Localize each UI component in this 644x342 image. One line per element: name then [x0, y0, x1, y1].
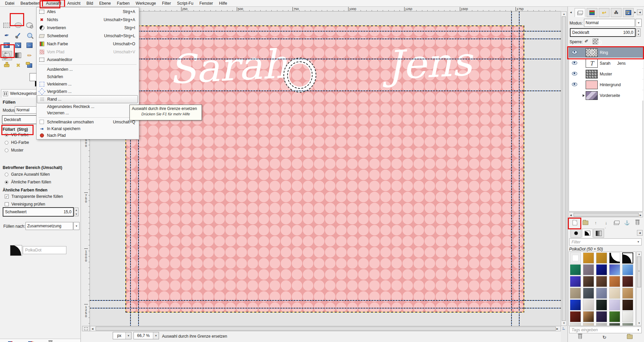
layer-row-muster[interactable]: Muster [569, 69, 643, 79]
heal-tool[interactable]: ✚ [13, 61, 23, 70]
expander-icon[interactable] [583, 94, 585, 97]
menu-item-alles[interactable]: AllesStrg+A [37, 8, 138, 16]
pattern-swatch-23[interactable] [609, 299, 620, 310]
pattern-swatch-11[interactable] [583, 276, 594, 287]
area-option-1[interactable]: Ähnliche Farben füllen [5, 180, 51, 184]
tags-input[interactable]: Tags eingeben▼ [569, 327, 642, 333]
pointer-tab[interactable] [623, 8, 634, 17]
tabs-scroll-left-icon[interactable]: ◀ [570, 11, 572, 14]
menu-item-schärfen[interactable]: Schärfen [37, 73, 138, 80]
pattern-swatch-4[interactable] [622, 252, 633, 264]
menubar-item-ebene[interactable]: Ebene [96, 0, 114, 6]
menubar-item-bearbeiten[interactable]: Bearbeiten [17, 0, 43, 6]
flip-tool[interactable]: ↔ [25, 41, 34, 50]
dock-resize-grip[interactable]: ◦ [605, 226, 606, 230]
guide-horizontal[interactable] [90, 59, 561, 59]
menu-item-auswahleditor[interactable]: Auswahleditor [37, 56, 138, 63]
layer-mode-select[interactable]: Normal [584, 19, 635, 27]
ellipse-select-tool[interactable] [13, 21, 23, 30]
layer-row-ring[interactable]: Ring [569, 47, 643, 58]
ring-selection[interactable] [283, 58, 316, 93]
lock-alpha-icon[interactable] [593, 39, 598, 44]
open-pattern-folder-button[interactable] [627, 335, 633, 340]
pattern-swatch-10[interactable] [570, 276, 581, 287]
pattern-swatch-21[interactable] [583, 299, 594, 310]
pattern-filter-input[interactable]: Filter▼ [569, 238, 642, 245]
bucket-fill-tool[interactable] [2, 51, 12, 60]
fill-option-0[interactable]: VG-Farbe [5, 132, 29, 137]
pattern-swatch-30[interactable] [570, 323, 581, 326]
tabs-scroll-right-icon[interactable]: ▶ [634, 11, 636, 14]
guide-horizontal[interactable] [90, 91, 561, 91]
pattern-swatch-3[interactable] [609, 252, 620, 264]
gradients-tab[interactable] [593, 229, 604, 238]
rectangle-select-tool[interactable] [2, 21, 11, 30]
pattern-swatch-32[interactable] [596, 323, 607, 326]
pattern-swatch-18[interactable] [609, 288, 620, 299]
menubar-item-fenster[interactable]: Fenster [196, 0, 216, 6]
guide-horizontal[interactable] [90, 300, 561, 301]
canvas-viewport[interactable]: Sarah Jens [90, 11, 561, 326]
guide-horizontal[interactable] [90, 31, 561, 32]
pattern-swatch-22[interactable] [596, 299, 607, 310]
zoom-tool[interactable] [25, 31, 34, 40]
pattern-swatch-14[interactable] [622, 276, 633, 287]
radio-off[interactable] [5, 149, 8, 152]
pattern-preview-button[interactable] [10, 245, 22, 256]
lower-layer-button[interactable]: ↓ [602, 219, 610, 227]
radio-on[interactable] [5, 133, 8, 137]
menu-item-in-kanal-speichern[interactable]: ⇥In Kanal speichern [37, 125, 138, 132]
duplicate-layer-button[interactable] [612, 219, 621, 227]
menu-item-schwebend[interactable]: SchwebendUmschalt+Strg+L [37, 32, 138, 40]
menu-item-abgerundetes-rechteck[interactable]: Abgerundetes Rechteck ... [37, 103, 138, 110]
fill-by-select[interactable]: Zusammensetzung [25, 222, 73, 230]
visibility-eye-icon[interactable] [572, 50, 577, 54]
patterns-tab-menu-button[interactable]: ◀ [637, 230, 643, 236]
tab-menu-button[interactable]: ◀ [637, 9, 643, 15]
pattern-swatch-25[interactable] [570, 311, 581, 322]
visibility-eye-icon[interactable] [572, 72, 577, 75]
pattern-swatch-33[interactable] [609, 323, 620, 326]
menu-item-rand[interactable]: Rand ... [37, 95, 138, 103]
pattern-name-field[interactable]: PolkaDot [23, 246, 66, 254]
horizontal-ruler[interactable]: 02505007501000125015001750 [82, 7, 561, 11]
paths-tool[interactable]: ✒ [2, 31, 11, 40]
pattern-swatch-17[interactable] [596, 288, 607, 299]
new-layer-group-button[interactable] [581, 219, 590, 227]
fill-option-2[interactable]: Muster [5, 148, 23, 153]
menubar-item-bild[interactable]: Bild [84, 0, 96, 6]
threshold-spinner[interactable]: ▲▼ [74, 208, 78, 216]
pattern-swatch-15[interactable] [570, 288, 581, 299]
menu-item-verzerren[interactable]: Verzerren ... [37, 110, 138, 116]
threshold-slider[interactable]: Schwellwert 15,0 [3, 207, 74, 217]
menubar-item-datei[interactable]: Datei [2, 0, 17, 6]
channels-tab[interactable] [587, 8, 597, 17]
menubar-item-hilfe[interactable]: Hilfe [216, 0, 230, 6]
delete-pattern-button[interactable] [578, 335, 582, 340]
pattern-swatch-7[interactable] [596, 264, 607, 275]
pattern-swatch-8[interactable] [609, 264, 620, 275]
pattern-swatch-2[interactable] [596, 252, 607, 264]
menubar-item-script-fu[interactable]: Script-Fu [174, 0, 197, 6]
gradient-tool[interactable] [13, 51, 23, 60]
new-layer-button[interactable] [571, 219, 579, 227]
menubar-item-auswahl[interactable]: Auswahl [43, 0, 64, 6]
visibility-eye-icon[interactable] [572, 61, 577, 65]
pattern-grid-scrollbar[interactable]: ▲ ≡ ▼ [636, 251, 642, 326]
guide-horizontal[interactable] [90, 308, 561, 308]
free-select-tool[interactable] [25, 21, 34, 30]
fill-option-1[interactable]: HG-Farbe [5, 140, 29, 145]
pencil-tool[interactable]: ✏ [25, 51, 34, 60]
guide-vertical[interactable] [519, 11, 520, 326]
layer-row-vorderseite[interactable]: Vorderseite [569, 90, 643, 101]
radio-on[interactable] [5, 180, 8, 184]
pattern-swatch-5[interactable] [570, 264, 581, 275]
navigation-preview-button[interactable]: ↔↔ [561, 326, 567, 331]
radio-off[interactable] [5, 141, 8, 145]
menu-item-ausblenden[interactable]: Ausblenden ... [37, 66, 138, 73]
menu-item-vom-pfad[interactable]: Vom PfadUmschalt+V [37, 48, 138, 56]
pattern-swatch-29[interactable] [622, 311, 633, 322]
find-option-0[interactable]: ✓Transparente Bereiche füllen [5, 194, 63, 199]
paths-tab[interactable]: ⁂ [611, 8, 622, 17]
anchor-layer-button[interactable]: ⚓ [623, 219, 631, 227]
